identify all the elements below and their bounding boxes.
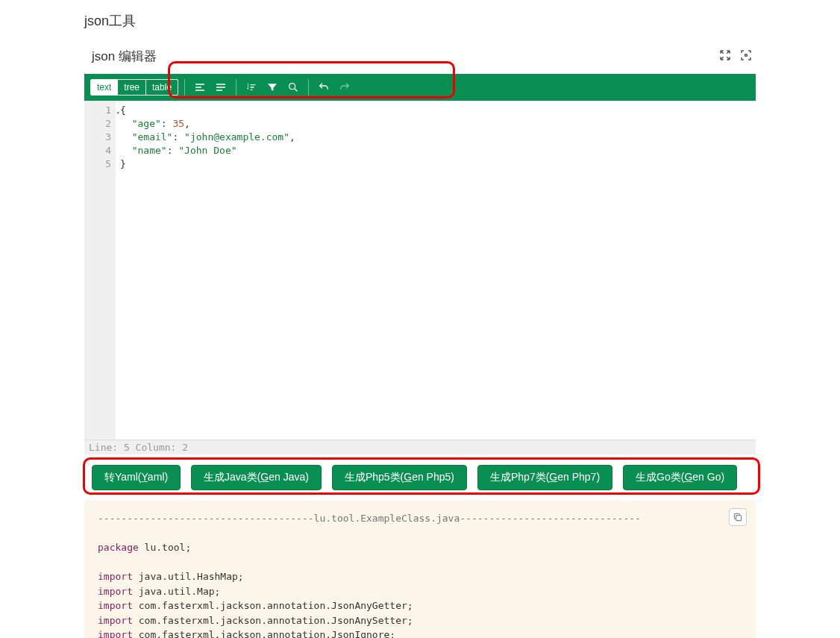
code-editor[interactable]: 1▾2345 { "age": 35, "email": "john@examp… xyxy=(84,101,756,440)
svg-point-1 xyxy=(289,84,295,90)
compact-icon[interactable] xyxy=(212,78,230,96)
filter-icon[interactable] xyxy=(263,78,281,96)
svg-rect-2 xyxy=(736,516,742,521)
output-panel: -------------------------------------lu.… xyxy=(84,501,756,638)
mode-switcher: text tree table xyxy=(90,79,178,96)
gen-java-button[interactable]: 生成Java类(Gen Java) xyxy=(191,465,322,490)
package-line: package lu.tool; xyxy=(98,540,742,555)
output-header: -------------------------------------lu.… xyxy=(98,511,742,526)
page-title: json工具 xyxy=(84,6,756,42)
focus-icon[interactable] xyxy=(739,49,753,65)
convert-yaml-button[interactable]: 转Yaml(Yaml) xyxy=(92,465,181,490)
editor-toolbar: text tree table xyxy=(84,74,756,101)
imports-block: import java.util.HashMap;import java.uti… xyxy=(98,569,742,638)
format-icon[interactable] xyxy=(191,78,209,96)
gen-php7-button[interactable]: 生成Php7类(Gen Php7) xyxy=(477,465,612,490)
expand-icon[interactable] xyxy=(718,49,732,65)
code-area[interactable]: { "age": 35, "email": "john@example.com"… xyxy=(116,101,756,440)
gen-go-button[interactable]: 生成Go类(Gen Go) xyxy=(623,465,737,490)
redo-icon[interactable] xyxy=(336,78,354,96)
mode-text-button[interactable]: text xyxy=(91,80,117,95)
sort-icon[interactable] xyxy=(242,78,260,96)
editor-statusbar: Line: 5 Column: 2 xyxy=(84,440,756,454)
mode-tree-button[interactable]: tree xyxy=(117,80,145,95)
svg-point-0 xyxy=(745,54,747,56)
copy-icon[interactable] xyxy=(729,508,747,526)
mode-table-button[interactable]: table xyxy=(145,80,178,95)
actions-row: 转Yaml(Yaml) 生成Java类(Gen Java) 生成Php5类(Ge… xyxy=(84,454,756,501)
line-gutter: 1▾2345 xyxy=(84,101,116,440)
editor-title: json 编辑器 xyxy=(92,48,157,65)
gen-php5-button[interactable]: 生成Php5类(Gen Php5) xyxy=(332,465,467,490)
undo-icon[interactable] xyxy=(315,78,333,96)
search-icon[interactable] xyxy=(284,78,302,96)
